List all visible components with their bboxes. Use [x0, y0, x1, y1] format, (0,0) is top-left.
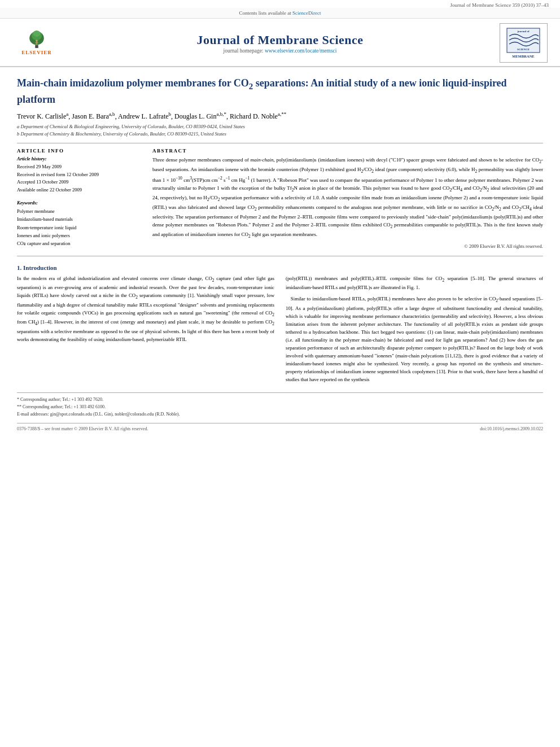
elsevier-logo-container: ELSEVIER — [11, 29, 62, 57]
revised-date: Received in revised form 12 October 2009 — [17, 171, 141, 179]
doi-text: doi:10.1016/j.memsci.2009.10.022 — [480, 426, 543, 431]
intro-left-col: In the modern era of global industrializ… — [17, 274, 274, 387]
intro-para-1: In the modern era of global industrializ… — [17, 274, 274, 343]
keyword-3: Room-temperature ionic liquid — [17, 224, 141, 231]
received-date: Received 29 May 2009 — [17, 163, 141, 171]
accepted-date: Accepted 13 October 2009 — [17, 178, 141, 186]
affiliation-b: b Department of Chemistry & Biochemistry… — [17, 130, 543, 138]
introduction-section: 1. Introduction In the modern era of glo… — [17, 264, 543, 387]
keyword-4: Ionenes and ionic polymers — [17, 231, 141, 239]
abstract-column: ABSTRACT Three dense polymer membranes c… — [152, 148, 543, 248]
svg-text:SCIENCE: SCIENCE — [517, 48, 530, 51]
sciencedirect-link[interactable]: ScienceDirect — [292, 10, 321, 16]
intro-two-col: In the modern era of global industrializ… — [17, 274, 543, 387]
footnote-corresponding-1: * Corresponding author; Tel.: +1 303 492… — [17, 396, 543, 404]
homepage-link[interactable]: www.elsevier.com/locate/memsci — [265, 48, 337, 54]
article-info-abstract: ARTICLE INFO Article history: Received 2… — [17, 148, 543, 248]
page: Journal of Membrane Science 359 (2010) 3… — [0, 0, 560, 747]
journal-homepage: journal homepage: www.elsevier.com/locat… — [62, 48, 498, 54]
elsevier-text: ELSEVIER — [21, 50, 52, 55]
issn-text: 0376-7388/$ – see front matter © 2009 El… — [17, 426, 148, 431]
keyword-5: CO₂ capture and separation — [17, 239, 141, 247]
footnotes: * Corresponding author; Tel.: +1 303 492… — [17, 392, 543, 418]
article-history: Article history: Received 29 May 2009 Re… — [17, 156, 141, 194]
article-info-label: ARTICLE INFO — [17, 148, 141, 154]
svg-point-4 — [36, 40, 38, 42]
svg-text:journal of: journal of — [517, 30, 530, 33]
membrane-logo-icon: journal of SCIENCE — [506, 28, 540, 53]
journal-citation: Journal of Membrane Science 359 (2010) 3… — [0, 0, 560, 8]
copyright-line: © 2009 Elsevier B.V. All rights reserved… — [152, 243, 543, 249]
history-title: Article history: — [17, 156, 141, 161]
intro-right-col: (poly(RTIL)) membranes and poly(RTIL)–RT… — [286, 274, 543, 387]
keyword-2: Imidazolium-based materials — [17, 215, 141, 223]
membrane-logo: journal of SCIENCE MEMBRANE — [500, 23, 548, 63]
divider-1 — [17, 143, 543, 143]
divider-2 — [17, 256, 543, 256]
intro-para-3: Similar to imidazolium-based RTILs, poly… — [286, 295, 543, 383]
journal-header: ELSEVIER Journal of Membrane Science jou… — [0, 19, 560, 67]
affiliations: a Department of Chemical & Biological En… — [17, 123, 543, 138]
article-info-column: ARTICLE INFO Article history: Received 2… — [17, 148, 141, 248]
affiliation-a: a Department of Chemical & Biological En… — [17, 123, 543, 130]
available-date: Available online 22 October 2009 — [17, 186, 141, 194]
abstract-text: Three dense polymer membranes composed o… — [152, 156, 543, 239]
main-content: Main-chain imidazolium polymer membranes… — [0, 67, 560, 443]
journal-header-center: Journal of Membrane Science journal home… — [62, 32, 498, 54]
keywords-section: Keywords: Polymer membrane Imidazolium-b… — [17, 200, 141, 248]
membrane-logo-text: MEMBRANE — [512, 54, 534, 59]
sciencedirect-bar: Contents lists available at ScienceDirec… — [0, 8, 560, 19]
abstract-label: ABSTRACT — [152, 148, 543, 154]
article-title: Main-chain imidazolium polymer membranes… — [17, 76, 543, 107]
bottom-bar: 0376-7388/$ – see front matter © 2009 El… — [17, 423, 543, 431]
footnote-corresponding-2: ** Corresponding author; Tel.: +1 303 49… — [17, 404, 543, 411]
authors: Trevor K. Carlislea, Jason E. Baraa,b, A… — [17, 111, 543, 121]
elsevier-tree-icon — [23, 30, 51, 49]
intro-para-2: (poly(RTIL)) membranes and poly(RTIL)–RT… — [286, 274, 543, 292]
footnote-emails: E-mail addresses: gin@spot.colorado.edu … — [17, 411, 543, 418]
svg-point-3 — [33, 30, 41, 37]
membrane-logo-container: journal of SCIENCE MEMBRANE — [498, 23, 549, 63]
intro-heading: 1. Introduction — [17, 264, 543, 271]
journal-name: Journal of Membrane Science — [62, 32, 498, 49]
keywords-title: Keywords: — [17, 200, 141, 206]
keyword-1: Polymer membrane — [17, 207, 141, 215]
svg-rect-0 — [35, 45, 38, 48]
elsevier-logo: ELSEVIER — [14, 29, 59, 57]
